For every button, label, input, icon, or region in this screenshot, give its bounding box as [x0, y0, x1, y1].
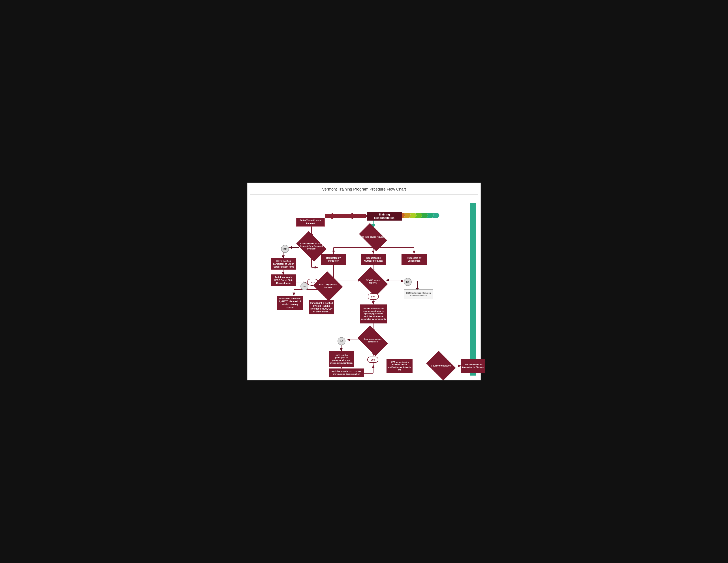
requested-instructor-box: Requested by Instructor [321, 254, 346, 265]
training-responsibilities-box: Training Responsibilies [367, 212, 402, 220]
demhs-approval-diamond: DEMHS course approval [361, 273, 385, 291]
flow-area: Training Responsibilies Out of State Cou… [250, 197, 478, 378]
participant-denied-box: Participant is notified by HSTC via emai… [277, 296, 303, 310]
requested-jurisdiction-box: Requested by Jurisdiction [402, 254, 427, 265]
requested-outreach-box: Requested by Outreach to Local [361, 254, 386, 265]
hstc-may-approve-diamond: HSTC may approve training [317, 276, 339, 296]
no-circle-1: no [281, 245, 289, 253]
completed-out-state-diamond: Completed Out of State Request Form Reci… [299, 237, 324, 255]
course-evaluations-box: Course Evaluations Completed by Students [461, 359, 485, 373]
no-circle-4: no [338, 337, 345, 345]
arrow-body [325, 214, 366, 218]
demhs-advertises-box: DEMHS atvertises and course registration… [360, 305, 387, 324]
in-state-request-diamond: In-state course request [361, 229, 385, 245]
yes-circle-2: yes [368, 294, 379, 300]
chart-container: Vermont Training Program Prcedure Flow C… [247, 182, 481, 381]
hstc-gets-info-box: HSTC gets more infomation from said requ… [404, 290, 433, 300]
chart-title: Vermont Training Program Prcedure Flow C… [250, 185, 478, 194]
participant-notified-provider-box: Pariciapant is notified by said Training… [309, 300, 334, 315]
teal-bar [470, 203, 476, 376]
hstc-notifies-prereg-box: HSTC notifies participant of preregistra… [329, 351, 354, 367]
no-circle-3: no [404, 278, 412, 286]
course-completion-diamond: Course completion [429, 357, 453, 375]
no-circle-2: no [300, 283, 308, 290]
participant-sends-box: Paricipant sends HSTC Out of State Reque… [271, 274, 296, 286]
course-prereqs-diamond: Course prequistes completed [360, 332, 385, 350]
yes-circle-3: yes [367, 357, 378, 363]
hstc-notifies-out-box: HSTC notifies participant of Out of Stat… [271, 258, 296, 269]
participant-sends-prereqs-box: Participant sends HSTC course prerequist… [329, 369, 364, 377]
page: Vermont Training Program Prcedure Flow C… [243, 178, 485, 385]
out-of-state-box: Out of State Course Request [296, 218, 325, 226]
hstc-sends-training-box: HSTC sends training materials to site; n… [387, 359, 413, 373]
